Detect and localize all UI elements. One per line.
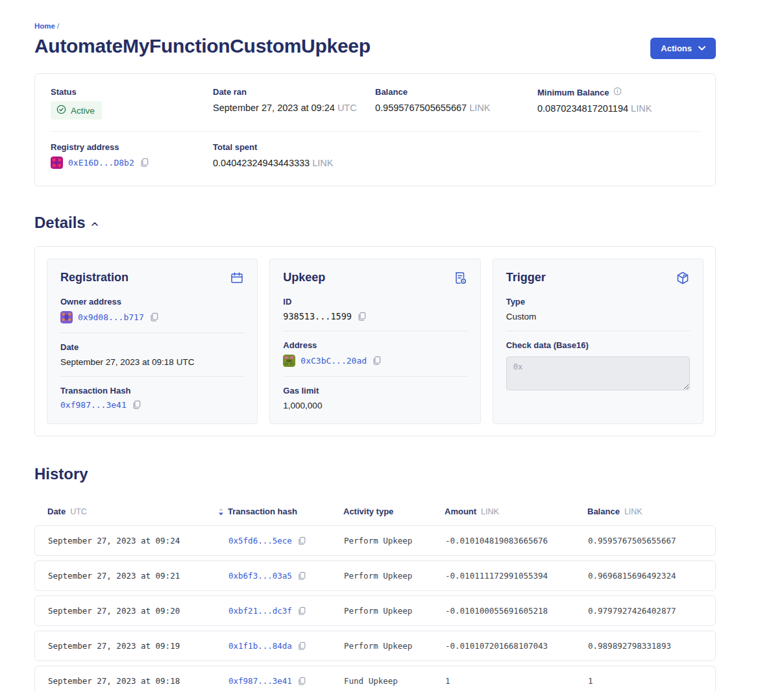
row-balance: 1 — [588, 676, 702, 686]
panel-divider — [60, 333, 244, 333]
tx-column-label: Transaction hash — [228, 507, 297, 516]
table-row: September 27, 2023 at 09:19 0x1f1b...84d… — [34, 631, 716, 661]
registry-address-link[interactable]: 0xE16D...D8b2 — [68, 158, 134, 168]
chevron-up-icon[interactable] — [92, 222, 98, 226]
summary-total-spent: Total spent 0.04042324943443333 LINK — [213, 142, 375, 169]
column-transaction-hash[interactable]: Transaction hash — [228, 507, 343, 516]
copy-icon[interactable] — [140, 158, 149, 168]
check-data-label: Check data (Base16) — [506, 340, 690, 350]
summary-min-balance: Minimum Balance 0.0870234817201194 LINK — [537, 87, 700, 119]
summary-balance: Balance 0.9595767505655667 LINK — [375, 87, 537, 119]
balance-label: Balance — [375, 87, 537, 97]
balance-column-unit: LINK — [624, 507, 643, 516]
chevron-down-icon — [698, 46, 705, 51]
copy-icon[interactable] — [297, 677, 306, 686]
breadcrumb-home-link[interactable]: Home — [34, 22, 55, 30]
min-balance-label: Minimum Balance — [537, 88, 609, 97]
row-amount: -0.010111172991055394 — [445, 571, 588, 581]
balance-unit: LINK — [469, 103, 490, 113]
owner-address-link[interactable]: 0x9d08...b717 — [78, 312, 144, 322]
row-balance: 0.9595767505655667 — [588, 536, 702, 546]
row-hash-link[interactable]: 0x1f1b...84da — [228, 641, 292, 651]
column-balance[interactable]: BalanceLINK — [587, 507, 703, 516]
date-ran-unit: UTC — [337, 103, 357, 113]
history-heading: History — [34, 465, 88, 483]
row-date: September 27, 2023 at 09:21 — [48, 571, 228, 581]
info-icon[interactable] — [613, 87, 622, 97]
row-hash-link[interactable]: 0xb6f3...03a5 — [228, 571, 292, 581]
column-amount[interactable]: AmountLINK — [445, 507, 587, 516]
check-circle-icon — [56, 105, 66, 116]
copy-icon[interactable] — [372, 356, 381, 366]
table-row: September 27, 2023 at 09:18 0xf987...3e4… — [34, 666, 716, 691]
balance-value: 0.9595767505655667 — [375, 103, 467, 113]
amount-column-unit: LINK — [481, 507, 499, 516]
row-amount: 1 — [445, 676, 588, 686]
details-card: Registration Owner address 0x9d08...b717 — [34, 246, 716, 436]
upkeep-id-value: 938513...1599 — [283, 311, 352, 321]
row-hash-link[interactable]: 0x5fd6...5ece — [228, 536, 292, 546]
copy-icon[interactable] — [149, 312, 158, 322]
row-date: September 27, 2023 at 09:18 — [48, 676, 228, 686]
cube-icon — [676, 271, 690, 288]
copy-icon[interactable] — [357, 312, 366, 321]
row-balance: 0.989892798331893 — [588, 641, 702, 651]
column-date[interactable]: Date UTC — [47, 507, 228, 516]
sort-carets-icon[interactable] — [218, 508, 224, 516]
trigger-type-label: Type — [506, 297, 690, 307]
row-amount: -0.010100055691605218 — [445, 606, 588, 616]
row-date: September 27, 2023 at 09:20 — [48, 606, 228, 616]
panel-divider — [283, 376, 467, 377]
upkeep-address-link[interactable]: 0xC3bC...20ad — [300, 356, 367, 366]
owner-address-label: Owner address — [60, 297, 244, 307]
row-hash-link[interactable]: 0xf987...3e41 — [228, 676, 292, 686]
check-data-textarea[interactable] — [506, 357, 690, 390]
trigger-panel: Trigger Type Custom Check data (Base16) — [493, 258, 704, 424]
gas-limit-group: Gas limit 1,000,000 — [283, 386, 467, 410]
copy-icon[interactable] — [297, 607, 306, 616]
row-hash-link[interactable]: 0xbf21...dc3f — [228, 606, 292, 616]
registration-panel: Registration Owner address 0x9d08...b717 — [47, 258, 258, 424]
trigger-type-group: Type Custom — [506, 297, 690, 321]
trigger-type-value: Custom — [506, 312, 690, 321]
owner-identicon — [60, 311, 73, 323]
activity-column-label: Activity type — [343, 507, 393, 516]
date-ran-label: Date ran — [213, 87, 375, 97]
actions-button-label: Actions — [661, 44, 692, 53]
date-column-unit: UTC — [70, 507, 87, 516]
status-badge: Active — [51, 101, 102, 119]
tx-hash-link[interactable]: 0xf987...3e41 — [60, 400, 127, 410]
history-table-header: Date UTC Transaction hash Activity type … — [34, 500, 716, 525]
copy-icon[interactable] — [297, 572, 306, 581]
tx-hash-group: Transaction Hash 0xf987...3e41 — [60, 386, 244, 410]
upkeep-address-label: Address — [283, 340, 467, 350]
copy-icon[interactable] — [297, 536, 306, 546]
date-column-label: Date — [47, 507, 66, 516]
summary-divider — [51, 131, 700, 132]
copy-icon[interactable] — [297, 642, 306, 651]
row-activity: Perform Upkeep — [344, 536, 445, 546]
status-value: Active — [71, 106, 95, 116]
status-label: Status — [51, 87, 213, 97]
row-activity: Perform Upkeep — [344, 571, 445, 581]
actions-button[interactable]: Actions — [650, 38, 716, 59]
gas-limit-label: Gas limit — [283, 386, 467, 396]
row-amount: -0.010107201668107043 — [445, 641, 588, 651]
upkeep-id-label: ID — [283, 297, 467, 307]
table-row: September 27, 2023 at 09:21 0xb6f3...03a… — [34, 560, 716, 591]
copy-icon[interactable] — [132, 400, 141, 410]
document-gear-icon — [453, 271, 467, 288]
panel-divider — [283, 331, 467, 331]
summary-status: Status Active — [51, 87, 213, 119]
registry-address-label: Registry address — [51, 142, 213, 152]
row-activity: Perform Upkeep — [344, 606, 445, 616]
registration-date-value: September 27, 2023 at 09:18 UTC — [60, 357, 244, 367]
summary-date-ran: Date ran September 27, 2023 at 09:24 UTC — [213, 87, 375, 119]
registration-date-group: Date September 27, 2023 at 09:18 UTC — [60, 342, 244, 367]
table-row: September 27, 2023 at 09:20 0xbf21...dc3… — [34, 596, 716, 626]
upkeep-address-identicon — [283, 355, 295, 367]
table-row: September 27, 2023 at 09:24 0x5fd6...5ec… — [34, 525, 716, 556]
check-data-group: Check data (Base16) — [506, 340, 690, 393]
trigger-title: Trigger — [506, 271, 546, 284]
column-activity-type[interactable]: Activity type — [343, 507, 445, 516]
